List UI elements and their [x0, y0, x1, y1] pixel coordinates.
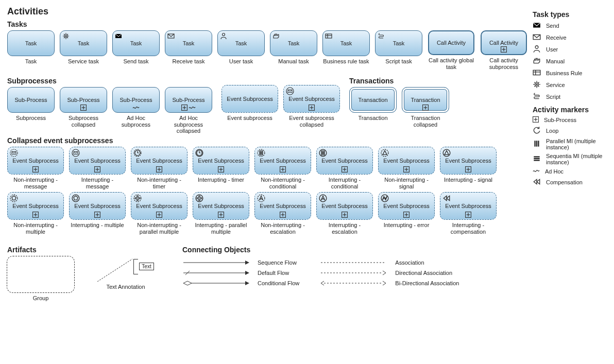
shape-caption: Call activity global task [428, 57, 475, 71]
activities-heading: Activities [7, 6, 527, 17]
collapsed-event-subprocess-shape: Event Subprocess [440, 192, 497, 220]
task-type-label: Business Rule [546, 70, 582, 76]
shape-label: Event Subprocess [136, 203, 182, 209]
collapsed-event-subprocess-shape: Event Subprocess [131, 147, 187, 175]
svg-point-127 [536, 84, 537, 85]
svg-line-135 [538, 82, 539, 83]
svg-point-122 [535, 46, 538, 49]
svg-rect-123 [533, 70, 540, 75]
event-subprocess-shape: Event Subprocess [283, 85, 340, 113]
marker [132, 105, 140, 111]
shape-label: Event Subprocess [445, 158, 491, 164]
shape-caption: Non-interrupting - escalation [254, 222, 311, 235]
shape-label: Event Subprocess [198, 203, 244, 209]
event-subprocess-shape: Event Subprocess [221, 85, 278, 113]
comp-icon [533, 178, 541, 187]
shape-label: Event Subprocess [321, 158, 367, 164]
flow-def: Default Flow [182, 269, 299, 276]
shape-caption: Non-interrupting - message [7, 177, 64, 190]
marker [342, 166, 348, 172]
collapsed-event-subprocess-shape: Event Subprocess [316, 192, 373, 220]
receive-icon [167, 32, 175, 40]
task-shape: Task [165, 30, 212, 56]
connecting-heading: Connecting Objects [182, 246, 459, 254]
comp-event-icon [442, 194, 450, 201]
assoc-label: Directional Association [395, 270, 452, 276]
send-icon [533, 21, 541, 30]
shape-caption: User task [229, 58, 253, 72]
shape-label: Event Subprocess [74, 203, 120, 209]
shape-caption: Non-interrupting - parallel multiple [131, 222, 187, 235]
activity-marker-label: Sequentia MI (multiple instance) [546, 153, 607, 165]
shape-caption: Interrupting - conditional [316, 177, 373, 190]
task-shape: Call Activity [481, 30, 527, 55]
shape-label: Event Subprocess [198, 158, 244, 164]
task-type-send: Send [533, 21, 607, 30]
flow-seq: Sequence Flow [182, 259, 299, 266]
svg-line-112 [97, 259, 132, 282]
subprocess-shape: Sub-Process [165, 87, 212, 113]
svg-line-132 [534, 82, 535, 83]
shape-caption: Interrupting - signal [444, 177, 492, 190]
receive-icon [533, 33, 541, 42]
shape-caption: Ad Hoc subprocess [112, 115, 160, 128]
shape-label: Transaction [411, 97, 440, 103]
task-type-receive: Receive [533, 33, 607, 42]
activity-markers-heading: Activity markers [533, 106, 607, 114]
mult-event-icon [72, 194, 79, 201]
collapsed-event-subprocess-shape: Event Subprocess [69, 192, 126, 220]
flow-label: Sequence Flow [258, 259, 297, 266]
shape-label: Call Activity [489, 40, 518, 46]
assoc-dassoc: Directional Association [320, 269, 459, 276]
manual-icon [272, 32, 280, 40]
assoc-label: Bi-Directional Association [395, 280, 459, 286]
shape-caption: Manual task [278, 58, 309, 72]
manual-icon [533, 57, 541, 66]
collapsed-event-subprocess-shape: Event Subprocess [69, 147, 126, 175]
marker [94, 212, 100, 218]
shape-label: Event Subprocess [260, 203, 305, 209]
task-type-label: Service [546, 82, 565, 88]
shape-caption: Interrupting - message [69, 177, 126, 190]
shape-caption: Script task [385, 58, 412, 72]
shape-label: Event Subprocess [260, 158, 305, 164]
pmult-event-icon [133, 194, 141, 201]
shape-caption: Business rule task [323, 58, 369, 72]
shape-caption: Non-interrupting - multiple [7, 222, 64, 235]
shape-caption: Event subprocess collapsed [283, 115, 340, 128]
shape-label: Event Subprocess [12, 203, 58, 209]
shape-label: Event Subprocess [12, 158, 58, 164]
artifacts-heading: Artifacts [7, 246, 157, 254]
activity-marker-smi: Sequentia MI (multiple instance) [533, 153, 607, 165]
collapsed-event-subprocess-shape: Event Subprocess [254, 147, 311, 175]
shape-caption: Interrupting - multiple [71, 222, 124, 235]
collapsed-event-subprocess-shape: Event Subprocess [378, 147, 435, 175]
shape-label: Task [183, 40, 195, 46]
collapsed-event-subprocess-shape: Event Subprocess [193, 192, 249, 220]
shape-caption: Event subprocess [227, 115, 272, 128]
subprocess-shape: Sub-Process [7, 87, 55, 113]
svg-point-0 [64, 34, 67, 38]
shape-caption: Transaction [358, 115, 387, 128]
collapsed-heading: Collapsed event subprocesses [7, 136, 527, 145]
marker [403, 166, 410, 172]
shape-label: Transaction [358, 97, 387, 103]
svg-line-133 [538, 86, 539, 87]
shape-label: Task [340, 40, 352, 46]
pmi-icon [533, 140, 541, 149]
svg-line-7 [67, 38, 69, 39]
task-shape: Task [217, 30, 265, 56]
service-icon [533, 80, 541, 90]
task-type-label: User [546, 46, 558, 53]
shape-label: Task [78, 40, 90, 46]
flow-label: Conditional Flow [258, 280, 299, 286]
receive-event-icon [72, 149, 79, 156]
marker [280, 212, 286, 218]
plus-icon [533, 116, 539, 124]
collapsed-event-subprocess-shape: Event Subprocess [193, 147, 249, 175]
script-icon [378, 32, 385, 40]
shape-caption: Interrupting - compensation [440, 222, 497, 235]
timer-event-icon [133, 149, 141, 156]
text-annotation-bracket [133, 259, 138, 274]
subprocess-shape: Sub-Process [112, 87, 160, 113]
